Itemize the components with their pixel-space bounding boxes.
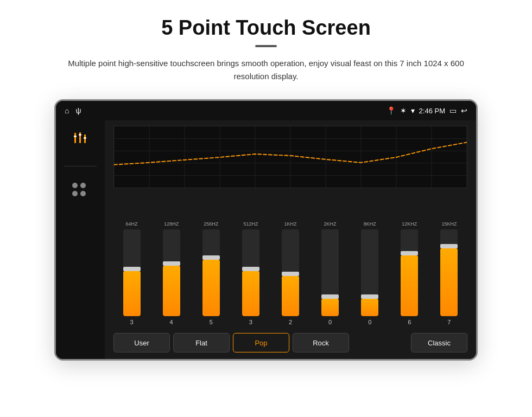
slider-handle-4[interactable] [282, 272, 299, 276]
eq-sliders: 64HZ3128HZ4256HZ5512HZ31KHZ22KHZ08KHZ012… [113, 194, 467, 325]
band-value-3: 3 [249, 319, 252, 325]
band-label-3: 512HZ [243, 221, 258, 227]
preset-btn-flat[interactable]: Flat [173, 333, 230, 352]
band-label-7: 12KHZ [402, 221, 417, 227]
band-value-0: 3 [130, 319, 133, 325]
preset-btn-classic[interactable]: Classic [411, 333, 467, 352]
location-icon: 📍 [387, 106, 396, 115]
band-value-8: 7 [447, 319, 451, 325]
eq-band-15khz[interactable]: 15KHZ7 [431, 221, 467, 325]
wifi-icon: ▾ [411, 106, 415, 115]
preset-buttons: UserFlatPopRockClassic [113, 333, 467, 352]
band-label-1: 128HZ [164, 221, 179, 227]
dot-2 [80, 183, 86, 188]
eq-band-12khz[interactable]: 12KHZ6 [391, 221, 428, 325]
preset-btn-rock[interactable]: Rock [293, 333, 349, 352]
eq-band-64hz[interactable]: 64HZ3 [113, 221, 150, 325]
eq-band-128hz[interactable]: 128HZ4 [153, 221, 189, 325]
band-value-4: 2 [289, 319, 292, 325]
band-value-7: 6 [408, 319, 411, 325]
eq-band-256hz[interactable]: 256HZ5 [193, 221, 229, 325]
band-value-1: 4 [170, 319, 173, 325]
sidebar [56, 120, 105, 359]
slider-fill-1 [163, 266, 180, 316]
page-subtitle: Multiple point high-sensitive touchscree… [60, 57, 472, 83]
band-label-0: 64HZ [126, 221, 138, 227]
battery-icon: ▭ [449, 106, 457, 115]
band-label-4: 1KHZ [284, 221, 296, 227]
preset-btn-user[interactable]: User [113, 333, 170, 352]
slider-fill-7 [401, 255, 418, 316]
slider-track-2[interactable] [202, 229, 220, 316]
slider-track-6[interactable] [361, 229, 378, 316]
svg-rect-5 [74, 136, 77, 137]
band-label-5: 2KHZ [324, 221, 337, 227]
sidebar-divider-1 [64, 166, 97, 166]
status-time: 2:46 PM [419, 107, 445, 115]
slider-track-1[interactable] [163, 229, 180, 316]
slider-track-0[interactable] [123, 229, 141, 316]
page-title: 5 Point Touch Screen [161, 16, 371, 40]
slider-handle-7[interactable] [401, 251, 418, 255]
slider-fill-5 [321, 299, 339, 316]
slider-handle-6[interactable] [361, 294, 378, 299]
status-left: ⌂ ψ [65, 106, 81, 115]
slider-track-8[interactable] [440, 229, 458, 316]
slider-track-7[interactable] [401, 229, 418, 316]
slider-fill-4 [282, 276, 299, 316]
device-screen: ⌂ ψ 📍 ✶ ▾ 2:46 PM ▭ ↩ [54, 99, 478, 361]
band-value-6: 0 [368, 319, 371, 325]
slider-handle-5[interactable] [321, 294, 339, 299]
svg-rect-6 [79, 134, 81, 136]
slider-fill-0 [123, 271, 141, 316]
usb-icon: ψ [75, 106, 81, 115]
eq-band-2khz[interactable]: 2KHZ0 [312, 221, 349, 325]
preset-btn-pop[interactable]: Pop [233, 333, 289, 352]
slider-fill-8 [440, 248, 458, 316]
slider-track-4[interactable] [282, 229, 299, 316]
slider-fill-6 [361, 299, 378, 316]
title-divider [255, 45, 277, 47]
eq-band-512hz[interactable]: 512HZ3 [232, 221, 269, 325]
slider-handle-2[interactable] [202, 255, 220, 260]
svg-rect-3 [84, 136, 86, 143]
bluetooth-icon: ✶ [400, 106, 407, 115]
band-label-2: 256HZ [204, 221, 218, 227]
band-value-5: 0 [328, 319, 332, 325]
svg-rect-7 [84, 137, 86, 139]
eq-band-1khz[interactable]: 1KHZ2 [272, 221, 308, 325]
svg-rect-1 [74, 133, 76, 135]
dot-3 [72, 191, 78, 196]
slider-handle-3[interactable] [242, 267, 259, 271]
dot-1 [72, 183, 78, 188]
dot-4 [80, 191, 86, 196]
band-value-2: 5 [210, 319, 213, 325]
apps-icon[interactable] [72, 183, 88, 196]
home-icon: ⌂ [65, 106, 69, 115]
eq-area: 64HZ3128HZ4256HZ5512HZ31KHZ22KHZ08KHZ012… [105, 120, 476, 359]
slider-handle-8[interactable] [440, 244, 458, 248]
band-label-6: 8KHZ [364, 221, 376, 227]
slider-handle-1[interactable] [163, 261, 180, 266]
equalizer-icon[interactable] [72, 131, 88, 150]
back-icon: ↩ [461, 106, 467, 115]
status-bar: ⌂ ψ 📍 ✶ ▾ 2:46 PM ▭ ↩ [56, 101, 476, 120]
eq-graph [113, 126, 467, 188]
slider-track-3[interactable] [242, 229, 259, 316]
slider-track-5[interactable] [321, 229, 339, 316]
slider-handle-0[interactable] [123, 267, 141, 271]
preset-spacer [352, 333, 408, 352]
slider-fill-3 [242, 271, 259, 316]
band-label-8: 15KHZ [441, 221, 457, 227]
svg-rect-4 [84, 134, 86, 137]
main-screen: 64HZ3128HZ4256HZ5512HZ31KHZ22KHZ08KHZ012… [56, 120, 476, 359]
slider-fill-2 [202, 260, 220, 316]
status-right: 📍 ✶ ▾ 2:46 PM ▭ ↩ [387, 106, 467, 115]
eq-band-8khz[interactable]: 8KHZ0 [352, 221, 388, 325]
